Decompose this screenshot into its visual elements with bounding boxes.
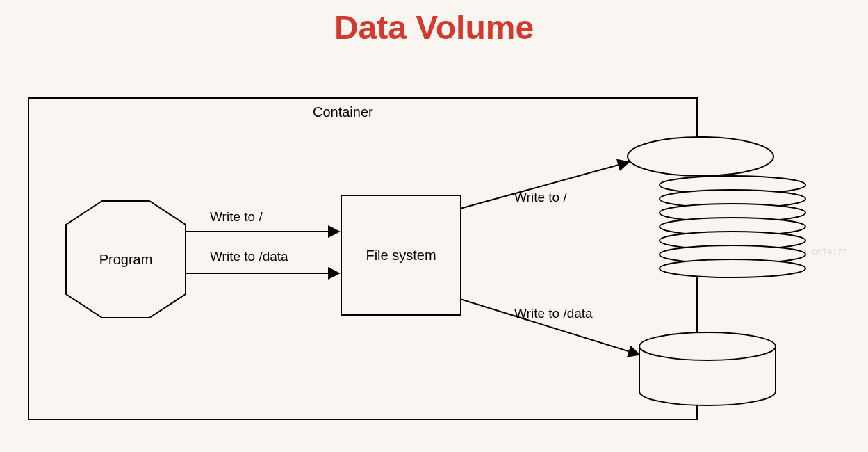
edge-fs-layer: Write to /	[514, 190, 567, 205]
program-label: Program	[99, 252, 153, 268]
edge-prog-fs-root: Write to /	[210, 209, 263, 225]
edge-fs-volume: Write to /data	[514, 306, 593, 321]
filesystem-label: File system	[366, 248, 436, 264]
edge-prog-fs-data: Write to /data	[210, 249, 288, 264]
watermark-text: 一手资源加 0579177	[766, 247, 847, 259]
container-label: Container	[313, 104, 373, 120]
layer-label: Layer	[681, 150, 716, 166]
diagram-title: Data Volume	[0, 8, 868, 47]
diagram-stage: Data Volume Container File system Progra…	[0, 0, 868, 452]
filesystem-node: File system	[341, 195, 461, 316]
program-node: Program	[66, 200, 186, 319]
volume-label: Volume	[686, 362, 732, 378]
